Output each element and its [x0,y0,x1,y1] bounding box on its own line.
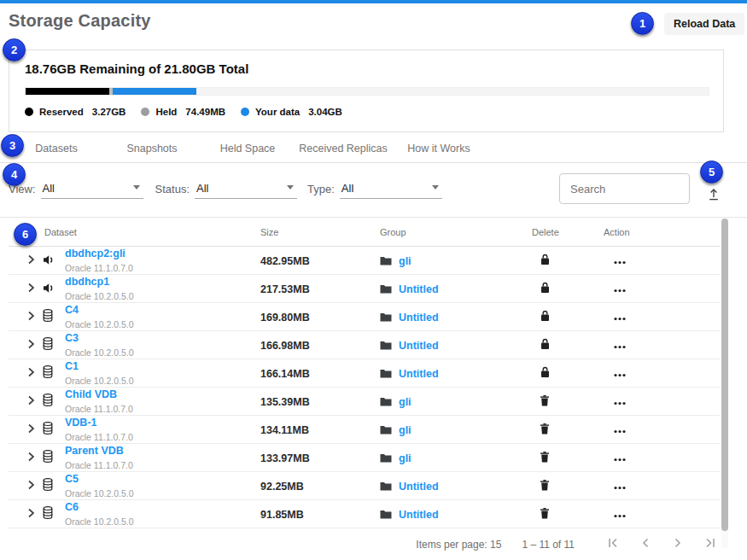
row-actions-button[interactable] [612,309,627,325]
row-actions-button[interactable] [612,281,627,297]
group-link[interactable]: gli [399,396,411,408]
delete-button[interactable] [539,422,551,439]
expand-row-button[interactable] [26,422,43,438]
tab-received-replicas[interactable]: Received Replicas [295,143,391,155]
delete-button[interactable] [539,308,551,326]
legend-dot [241,108,249,116]
delete-button[interactable] [539,394,551,411]
expand-row-button[interactable] [26,253,43,269]
reload-data-button[interactable]: Reload Data [664,13,744,35]
expand-row-button[interactable] [26,506,43,522]
status-filter-select[interactable]: All [195,182,297,199]
dataset-name-link[interactable]: C6 [65,501,260,513]
delete-button[interactable] [539,252,551,270]
previous-page-button[interactable] [639,537,651,551]
lock-icon [540,254,550,268]
delete-button[interactable] [539,365,551,382]
dataset-name-link[interactable]: dbdhcp1 [65,276,260,288]
items-per-page-value[interactable]: 15 [490,539,501,551]
dataset-name-link[interactable]: C5 [65,473,260,485]
chevron-right-icon [27,423,35,436]
group-link[interactable]: Untitled [399,312,439,324]
status-filter-value: All [196,182,208,195]
dataset-version: Oracle 10.2.0.5.0 [65,488,134,499]
group-link[interactable]: Untitled [399,509,439,521]
table-scrollbar [721,219,728,548]
delete-button[interactable] [539,478,551,495]
row-actions-button[interactable] [612,394,627,410]
vdb-icon [43,479,53,493]
expand-row-button[interactable] [26,281,43,297]
row-actions-button[interactable] [612,506,627,522]
delete-button[interactable] [539,506,551,523]
folder-icon [380,310,392,325]
vdb-icon [43,338,53,353]
dataset-name-link[interactable]: C3 [65,332,260,344]
first-page-button[interactable] [607,537,619,551]
capacity-summary-card: 18.76GB Remaining of 21.80GB Total Reser… [9,50,724,132]
folder-icon [380,366,392,382]
row-actions-button[interactable] [612,422,627,438]
delete-button[interactable] [539,280,551,298]
tab-held-space[interactable]: Held Space [200,143,295,155]
group-link[interactable]: gli [399,424,411,436]
free-bar-segment [196,88,709,95]
pagination-bar: Items per page: 15 1 – 11 of 11 [9,528,720,560]
group-link[interactable]: Untitled [399,481,439,493]
tab-how-it-works[interactable]: How it Works [391,143,487,155]
dataset-name-cell: VDB-1 Oracle 11.1.0.7.0 [65,416,260,445]
row-actions-button[interactable] [612,478,627,494]
search-input[interactable] [559,173,690,204]
dataset-name-link[interactable]: Parent VDB [65,445,260,457]
column-header-group[interactable]: Group [380,227,532,237]
trash-icon [540,508,549,522]
tab-snapshots[interactable]: Snapshots [104,143,200,155]
legend-item: Your data3.04GB [241,107,342,117]
type-filter-select[interactable]: All [340,182,442,199]
scrollbar-thumb[interactable] [721,219,728,531]
action-cell [604,450,720,466]
next-page-button[interactable] [672,537,684,551]
callout-2: 2 [3,38,26,61]
expand-row-button[interactable] [26,337,43,353]
group-link[interactable]: Untitled [399,283,439,295]
group-link[interactable]: Untitled [399,340,439,352]
delete-button[interactable] [539,336,551,354]
dataset-name-link[interactable]: C4 [65,304,260,316]
group-link[interactable]: Untitled [399,368,439,380]
expand-row-button[interactable] [26,450,43,466]
last-page-button[interactable] [704,537,716,551]
row-actions-button[interactable] [612,450,627,466]
folder-icon [380,394,392,410]
callout-6: 6 [14,223,37,246]
export-button[interactable] [706,185,721,205]
dataset-type-cell [43,254,65,269]
action-cell [604,365,720,382]
dataset-size: 217.53MB [260,283,380,295]
row-actions-button[interactable] [612,337,627,353]
dataset-version: Oracle 10.2.0.5.0 [65,291,134,301]
expand-row-button[interactable] [26,309,43,325]
dataset-name-link[interactable]: VDB-1 [65,417,260,429]
group-link[interactable]: gli [399,255,411,267]
group-cell: Untitled [380,366,532,382]
expand-row-button[interactable] [26,394,43,410]
expand-row-button[interactable] [26,478,43,494]
chevron-right-icon [27,480,35,493]
capacity-legend: Reserved3.27GB Held74.49MB Your data3.04… [25,107,342,117]
dataset-name-link[interactable]: Child VDB [65,388,260,400]
row-actions-button[interactable] [612,253,627,269]
dataset-name-link[interactable]: C1 [65,360,260,372]
legend-value: 74.49MB [185,107,225,117]
chevron-right-icon [27,508,35,521]
view-filter-select[interactable]: All [41,182,143,199]
delete-button[interactable] [539,450,551,467]
column-header-dataset[interactable]: Dataset [44,227,260,237]
more-options-icon [614,423,626,436]
row-actions-button[interactable] [612,365,627,382]
dataset-name-link[interactable]: dbdhcp2:gli [65,248,260,260]
column-header-size[interactable]: Size [260,227,380,237]
group-link[interactable]: gli [399,452,411,464]
expand-row-button[interactable] [26,365,43,382]
legend-dot [25,108,33,116]
